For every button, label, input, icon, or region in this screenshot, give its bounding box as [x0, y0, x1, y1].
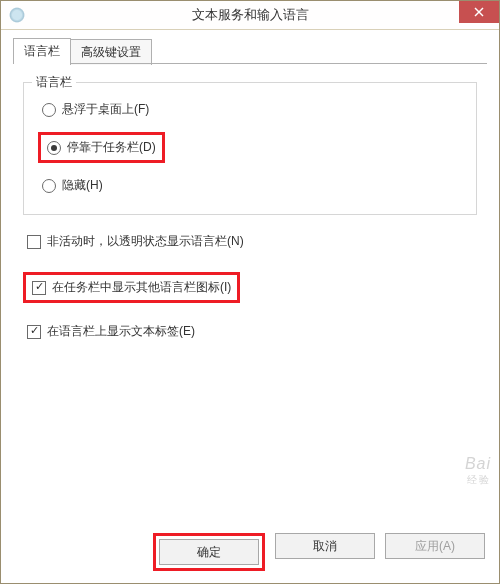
radio-label: 隐藏(H): [62, 177, 103, 194]
highlight-taskbar-icons: 在任务栏中显示其他语言栏图标(I): [23, 272, 240, 303]
ok-button[interactable]: 确定: [159, 539, 259, 565]
radio-float-desktop[interactable]: 悬浮于桌面上(F): [42, 101, 458, 118]
check-taskbar-icons[interactable]: 在任务栏中显示其他语言栏图标(I): [32, 279, 231, 296]
tab-language-bar[interactable]: 语言栏: [13, 38, 71, 64]
check-label: 在任务栏中显示其他语言栏图标(I): [52, 279, 231, 296]
tabs: 语言栏 高级键设置: [1, 30, 499, 64]
cancel-button[interactable]: 取消: [275, 533, 375, 559]
checkbox-icon: [27, 325, 41, 339]
checkbox-icon: [32, 281, 46, 295]
window-title: 文本服务和输入语言: [1, 6, 499, 24]
radio-label: 停靠于任务栏(D): [67, 139, 156, 156]
tab-advanced-keys[interactable]: 高级键设置: [70, 39, 152, 65]
radio-label: 悬浮于桌面上(F): [62, 101, 149, 118]
radio-hide[interactable]: 隐藏(H): [42, 177, 458, 194]
dialog-buttons: 确定 取消 应用(A): [1, 525, 499, 583]
close-button[interactable]: [459, 1, 499, 23]
highlight-dock-option: 停靠于任务栏(D): [38, 132, 165, 163]
dialog-window: 文本服务和输入语言 语言栏 高级键设置 语言栏 悬浮于桌面上(F): [0, 0, 500, 584]
check-label: 在语言栏上显示文本标签(E): [47, 323, 195, 340]
check-text-labels[interactable]: 在语言栏上显示文本标签(E): [27, 323, 473, 340]
group-legend: 语言栏: [32, 74, 76, 91]
titlebar: 文本服务和输入语言: [1, 1, 499, 30]
tab-content: 语言栏 悬浮于桌面上(F) 停靠于任务栏(D) 隐藏(H) 非活动时，以透明状态…: [1, 64, 499, 525]
radio-icon: [42, 179, 56, 193]
check-transparent-inactive[interactable]: 非活动时，以透明状态显示语言栏(N): [27, 233, 473, 250]
radio-icon: [42, 103, 56, 117]
options-below: 非活动时，以透明状态显示语言栏(N) 在任务栏中显示其他语言栏图标(I) 在语言…: [23, 233, 477, 340]
radio-dock-taskbar[interactable]: 停靠于任务栏(D): [47, 139, 156, 156]
close-icon: [474, 7, 484, 17]
watermark: Bai 经验: [465, 455, 491, 487]
language-bar-group: 语言栏 悬浮于桌面上(F) 停靠于任务栏(D) 隐藏(H): [23, 82, 477, 215]
radio-icon: [47, 141, 61, 155]
highlight-ok-button: 确定: [153, 533, 265, 571]
checkbox-icon: [27, 235, 41, 249]
tab-label: 高级键设置: [81, 45, 141, 59]
check-label: 非活动时，以透明状态显示语言栏(N): [47, 233, 244, 250]
apply-button[interactable]: 应用(A): [385, 533, 485, 559]
tab-label: 语言栏: [24, 44, 60, 58]
watermark-brand: Bai: [465, 455, 491, 472]
watermark-sub: 经验: [465, 473, 491, 487]
tab-separator: [13, 63, 487, 64]
